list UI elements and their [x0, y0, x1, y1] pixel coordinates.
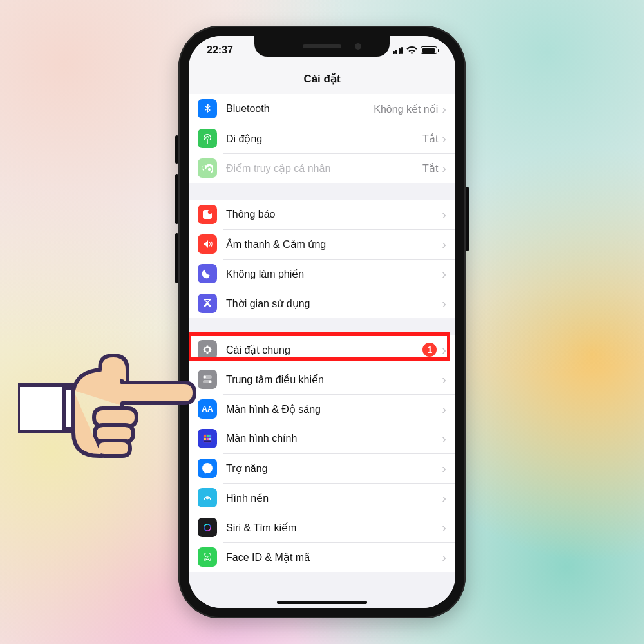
chevron-right-icon: › [442, 491, 446, 504]
settings-group: Cài đặt chung1›Trung tâm điều khiển›Màn … [189, 335, 455, 572]
chevron-right-icon: › [442, 102, 446, 115]
home-indicator[interactable] [277, 601, 367, 604]
row-value: Tắt [422, 162, 438, 175]
row-label: Màn hình chính [226, 433, 442, 444]
row-label: Không làm phiền [226, 268, 442, 280]
row-label: Face ID & Mật mã [226, 551, 442, 564]
hotspot-icon [198, 158, 217, 178]
chevron-right-icon: › [442, 238, 446, 251]
row-label: Trợ năng [226, 462, 442, 475]
sound-icon [198, 234, 217, 254]
chevron-right-icon: › [442, 162, 446, 175]
row-label: Di động [226, 133, 422, 145]
hourglass-icon [198, 294, 217, 313]
chevron-right-icon: › [442, 521, 446, 534]
notification-badge: 1 [422, 343, 437, 357]
row-label: Màn hình & Độ sáng [226, 403, 442, 415]
settings-row-notifications[interactable]: Thông báo› [189, 200, 455, 229]
row-label: Cài đặt chung [226, 344, 422, 356]
cellular-signal-icon [393, 47, 404, 54]
settings-row-screentime[interactable]: Thời gian sử dụng› [189, 289, 455, 318]
moon-icon [198, 264, 217, 283]
row-label: Siri & Tìm kiếm [226, 522, 442, 534]
settings-row-dnd[interactable]: Không làm phiền› [189, 259, 455, 289]
chevron-right-icon: › [442, 132, 446, 145]
chevron-right-icon: › [442, 402, 446, 415]
phone-frame: 22:37 Cài đặt BluetoothKhông kết nối›Di … [178, 26, 466, 618]
settings-group: Thông báo›Âm thanh & Cảm ứng›Không làm p… [189, 200, 455, 318]
settings-list[interactable]: BluetoothKhông kết nối›Di độngTắt›Điểm t… [189, 94, 455, 608]
chevron-right-icon: › [442, 208, 446, 221]
chevron-right-icon: › [442, 432, 446, 445]
settings-row-faceid[interactable]: Face ID & Mật mã› [189, 542, 455, 572]
cellular-icon [198, 129, 217, 148]
settings-row-sound[interactable]: Âm thanh & Cảm ứng› [189, 229, 455, 259]
settings-row-accessibility[interactable]: Trợ năng› [189, 453, 455, 483]
chevron-right-icon: › [442, 267, 446, 280]
row-label: Hình nền [226, 492, 442, 504]
settings-row-bluetooth[interactable]: BluetoothKhông kết nối› [189, 94, 455, 124]
settings-group: BluetoothKhông kết nối›Di độngTắt›Điểm t… [189, 94, 455, 183]
siri-icon [198, 518, 217, 537]
settings-row-general[interactable]: Cài đặt chung1› [189, 335, 455, 365]
faceid-icon [198, 547, 217, 567]
wallpaper-icon [198, 488, 217, 507]
row-label: Trung tâm điều khiển [226, 374, 442, 386]
settings-row-home[interactable]: Màn hình chính› [189, 424, 455, 453]
row-label: Âm thanh & Cảm ứng [226, 238, 442, 251]
row-label: Bluetooth [226, 103, 374, 115]
row-value: Không kết nối [374, 103, 438, 115]
wifi-icon [406, 46, 417, 55]
settings-row-cellular[interactable]: Di độngTắt› [189, 124, 455, 153]
settings-row-hotspot[interactable]: Điểm truy cập cá nhânTắt› [189, 153, 455, 183]
pointing-hand-illustration [18, 328, 205, 464]
chevron-right-icon: › [442, 373, 446, 386]
settings-row-wallpaper[interactable]: Hình nền› [189, 483, 455, 513]
settings-row-display[interactable]: Màn hình & Độ sáng› [189, 394, 455, 424]
phone-screen: 22:37 Cài đặt BluetoothKhông kết nối›Di … [189, 36, 455, 608]
notification-icon [198, 205, 217, 224]
chevron-right-icon: › [442, 462, 446, 475]
settings-row-control[interactable]: Trung tâm điều khiển› [189, 365, 455, 394]
row-label: Thông báo [226, 209, 442, 220]
chevron-right-icon: › [442, 343, 446, 356]
chevron-right-icon: › [442, 551, 446, 564]
chevron-right-icon: › [442, 297, 446, 310]
battery-icon [421, 46, 437, 54]
page-title: Cài đặt [303, 72, 340, 86]
status-time: 22:37 [207, 44, 233, 56]
bluetooth-icon [198, 99, 217, 118]
phone-notch [254, 36, 390, 57]
row-value: Tắt [422, 133, 438, 145]
nav-bar: Cài đặt [189, 64, 455, 94]
row-label: Thời gian sử dụng [226, 298, 442, 310]
settings-row-siri[interactable]: Siri & Tìm kiếm› [189, 513, 455, 542]
row-label: Điểm truy cập cá nhân [226, 162, 422, 175]
